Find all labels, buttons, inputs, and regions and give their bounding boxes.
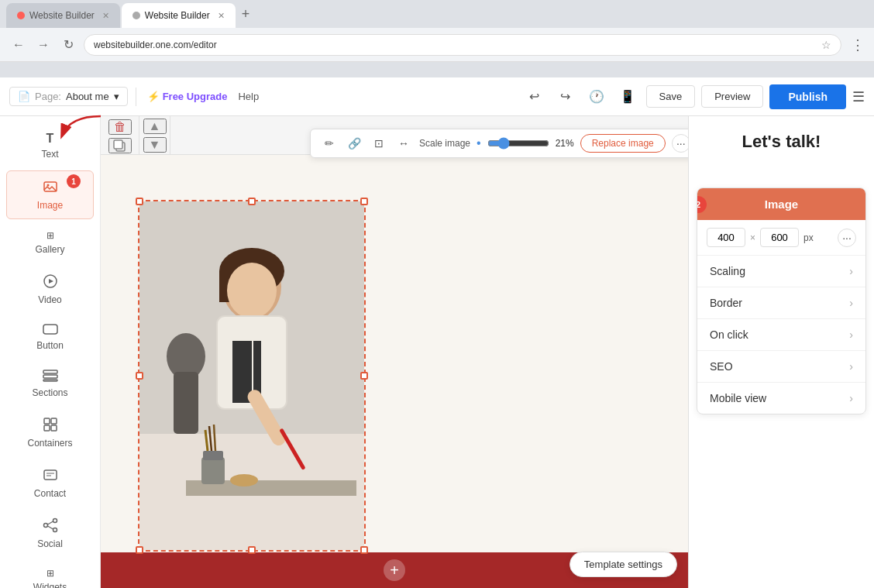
- svg-rect-5: [43, 370, 57, 373]
- publish-button[interactable]: Publish: [769, 84, 846, 109]
- containers-icon: [43, 417, 58, 435]
- mobile-view-button[interactable]: 📱: [615, 84, 640, 109]
- sidebar-item-image[interactable]: Image 1: [6, 170, 94, 219]
- duplicate-element-button[interactable]: [108, 138, 132, 153]
- sidebar-item-label: Gallery: [35, 244, 64, 255]
- resize-image-button[interactable]: ↔: [394, 134, 413, 153]
- resize-handle-bl[interactable]: [136, 546, 143, 554]
- svg-point-39: [230, 474, 258, 487]
- page-icon: 📄 Page: About me ▾: [9, 87, 128, 106]
- sidebar-item-contact[interactable]: Contact: [6, 459, 94, 507]
- crop-image-button[interactable]: ⊡: [370, 134, 388, 153]
- sidebar-item-label: Widgets: [33, 582, 67, 588]
- browser-chrome: Website Builder ✕ Website Builder ✕ + ← …: [0, 0, 874, 77]
- svg-line-17: [47, 526, 53, 529]
- size-row: × px ···: [697, 220, 865, 256]
- mobile-view-item[interactable]: Mobile view ›: [697, 383, 865, 414]
- more-options-button[interactable]: ···: [672, 134, 688, 153]
- resize-handle-br[interactable]: [360, 546, 368, 554]
- free-upgrade-button[interactable]: ⚡ Free Upgrade: [144, 91, 231, 102]
- page-canvas: [101, 155, 688, 588]
- page-selector-icon: 📄: [18, 91, 30, 102]
- width-input[interactable]: [707, 228, 745, 247]
- back-button[interactable]: ←: [9, 36, 28, 54]
- save-button[interactable]: Save: [646, 85, 696, 108]
- size-more-button[interactable]: ···: [838, 229, 856, 247]
- active-tab-close[interactable]: ✕: [218, 11, 225, 21]
- seo-item[interactable]: SEO ›: [697, 351, 865, 383]
- inactive-tab[interactable]: Website Builder ✕: [6, 3, 120, 28]
- inactive-tab-label: Website Builder: [29, 10, 95, 21]
- reload-button[interactable]: ↻: [59, 36, 77, 54]
- sidebar-item-gallery[interactable]: ⊞ Gallery: [6, 222, 94, 263]
- app: 📄 Page: About me ▾ ⚡ Free Upgrade Help ↩…: [0, 77, 874, 588]
- move-down-button[interactable]: ▼: [143, 137, 167, 153]
- seo-arrow-icon: ›: [849, 360, 853, 373]
- panel-header: 2 Image: [697, 188, 865, 220]
- sidebar-item-button[interactable]: Button: [6, 316, 94, 359]
- bookmark-icon[interactable]: ☆: [821, 39, 831, 51]
- widgets-icon: ⊞: [46, 568, 54, 579]
- svg-rect-41: [174, 372, 198, 434]
- sidebar-item-text[interactable]: T Text: [6, 124, 94, 167]
- scale-percentage: 21%: [556, 138, 574, 149]
- image-panel: 2 Image × px ··· Scaling › Border ›: [697, 187, 866, 414]
- link-image-button[interactable]: 🔗: [345, 134, 363, 153]
- delete-element-button[interactable]: 🗑: [108, 119, 132, 135]
- undo-button[interactable]: ↩: [522, 84, 547, 109]
- contact-icon: [43, 467, 58, 485]
- svg-line-16: [47, 521, 53, 524]
- svg-rect-34: [201, 457, 225, 484]
- active-tab[interactable]: Website Builder ✕: [122, 3, 236, 28]
- page-dropdown-icon[interactable]: ▾: [114, 91, 119, 102]
- border-label: Border: [710, 297, 849, 309]
- move-up-button[interactable]: ▲: [143, 119, 167, 134]
- mobile-view-arrow-icon: ›: [849, 392, 853, 404]
- sidebar-item-containers[interactable]: Containers: [6, 409, 94, 456]
- menu-button[interactable]: ☰: [852, 88, 865, 105]
- height-input[interactable]: [760, 228, 799, 247]
- edit-image-button[interactable]: ✏: [320, 134, 339, 153]
- text-icon: T: [46, 132, 54, 146]
- new-tab-button[interactable]: +: [237, 6, 255, 22]
- sidebar-item-widgets[interactable]: ⊞ Widgets: [6, 560, 94, 588]
- redo-button[interactable]: ↪: [553, 84, 578, 109]
- resize-handle-tm[interactable]: [248, 198, 256, 205]
- resize-handle-tl[interactable]: [136, 198, 143, 205]
- replace-image-button[interactable]: Replace image: [580, 134, 666, 153]
- social-icon: [43, 518, 58, 535]
- scaling-arrow-icon: ›: [849, 265, 853, 277]
- template-settings-button[interactable]: Template settings: [569, 552, 677, 577]
- on-click-item[interactable]: On click ›: [697, 319, 865, 351]
- url-bar[interactable]: websitebuilder.one.com/editor ☆: [84, 34, 841, 56]
- resize-handle-tr[interactable]: [360, 198, 368, 205]
- sidebar-item-label: Video: [38, 294, 61, 305]
- svg-rect-4: [43, 325, 57, 334]
- add-section-button[interactable]: +: [384, 559, 405, 581]
- sidebar-item-sections[interactable]: Sections: [6, 362, 94, 406]
- preview-button[interactable]: Preview: [701, 85, 763, 108]
- help-button[interactable]: Help: [238, 91, 259, 102]
- scale-slider[interactable]: [487, 137, 549, 150]
- sidebar-item-video[interactable]: Video: [6, 266, 94, 313]
- svg-rect-19: [114, 140, 122, 149]
- forward-button[interactable]: →: [34, 36, 53, 54]
- selected-image-container[interactable]: [139, 201, 364, 550]
- size-unit-label: px: [803, 232, 814, 243]
- browser-menu-icon[interactable]: ⋮: [851, 36, 865, 53]
- page-label: Page:: [35, 91, 61, 102]
- sidebar-item-label: Button: [36, 340, 64, 351]
- seo-label: SEO: [710, 360, 849, 373]
- active-tab-label: Website Builder: [145, 10, 210, 21]
- sidebar-item-label: Text: [41, 149, 58, 160]
- scaling-item[interactable]: Scaling ›: [697, 256, 865, 287]
- history-button[interactable]: 🕐: [584, 84, 609, 109]
- sidebar-item-social[interactable]: Social: [6, 510, 94, 557]
- resize-handle-mr[interactable]: [360, 372, 368, 380]
- secondary-toolbar: 🗑 ▲ ▼ ✏ 🔗 ⊡ ↔ Scale image •: [101, 116, 688, 155]
- resize-handle-bm[interactable]: [248, 546, 256, 554]
- svg-point-15: [53, 528, 57, 532]
- resize-handle-ml[interactable]: [136, 372, 143, 380]
- border-item[interactable]: Border ›: [697, 287, 865, 319]
- inactive-tab-close[interactable]: ✕: [102, 11, 109, 21]
